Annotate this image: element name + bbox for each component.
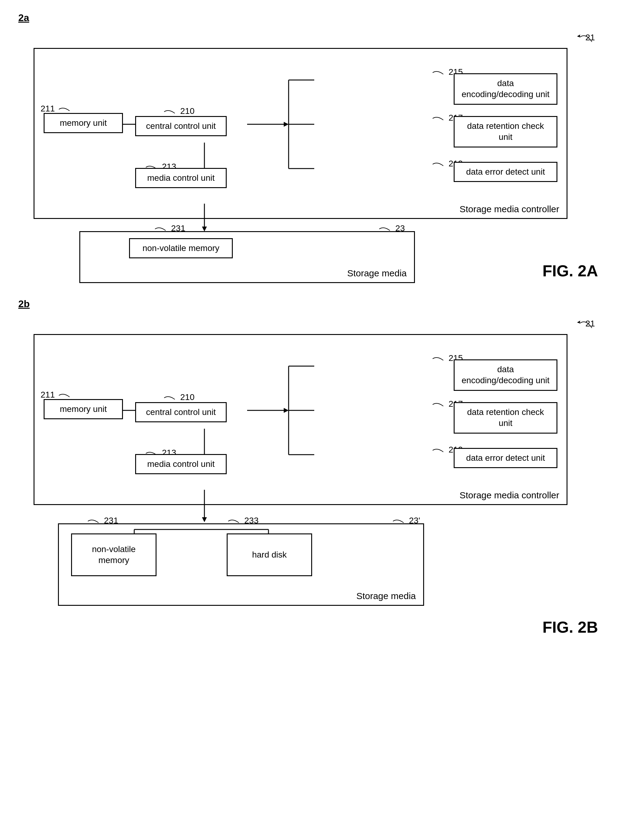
section-label-a: 2a	[18, 12, 623, 24]
fig-caption-a: FIG. 2A	[543, 262, 598, 280]
svg-marker-20	[202, 517, 207, 522]
hard-disk-box-b: hard disk	[227, 533, 312, 576]
arrow-217-a	[431, 114, 446, 123]
storage-media-box-b: Storage media 231 non-volatile memory	[58, 523, 424, 606]
data-encoding-box-b: data encoding/decoding unit	[454, 359, 557, 391]
arrow-215-a	[431, 68, 446, 77]
data-error-box-a: data error detect unit	[454, 162, 557, 182]
diagram-b-section: 2b	[18, 298, 623, 636]
media-control-box-b: media control unit	[135, 454, 227, 474]
data-retention-box-a: data retention check unit	[454, 116, 557, 147]
controller-box-a: Storage media controller 211 memory unit	[34, 48, 567, 219]
central-control-box-a: central control unit	[135, 116, 227, 136]
fig-caption-b: FIG. 2B	[543, 618, 598, 636]
arrow-211-a	[57, 105, 72, 114]
ref-231-b: 231	[86, 516, 118, 526]
arrow-219-b	[431, 446, 446, 455]
non-volatile-box-b: non-volatile memory	[71, 533, 156, 576]
storage-media-label-b: Storage media	[356, 591, 416, 601]
diagram-a-wrap: 21 Storage media controller 211 memo	[18, 30, 598, 280]
memory-unit-box-a: memory unit	[43, 113, 123, 133]
arrow-219-a	[431, 160, 446, 169]
arrow-231-a	[153, 225, 169, 234]
controller-box-b: Storage media controller 211 memory unit	[34, 334, 567, 505]
ref-210-a: 210	[163, 106, 195, 116]
ref-23prime-b: 23'	[391, 516, 420, 526]
ref-211-b: 211	[40, 390, 72, 400]
controller-label-a: Storage media controller	[459, 204, 559, 214]
arrow-233-b	[227, 517, 242, 526]
section-label-b: 2b	[18, 298, 623, 310]
central-control-box-b: central control unit	[135, 402, 227, 422]
arrow-210-b	[163, 393, 178, 402]
non-volatile-box-a: non-volatile memory	[129, 238, 233, 258]
data-retention-box-b: data retention check unit	[454, 402, 557, 434]
arrow-23-a	[378, 225, 393, 234]
ref-231-a: 231	[153, 223, 185, 234]
arrow-21-a	[573, 30, 598, 45]
arrow-217-b	[431, 400, 446, 409]
diagram-a-section: 2a	[18, 12, 623, 280]
arrow-231-b	[86, 517, 101, 526]
svg-marker-7	[202, 226, 207, 231]
arrow-215-b	[431, 354, 446, 363]
memory-unit-box-b: memory unit	[43, 399, 123, 419]
diagram-b-wrap: 21 Storage media controller 211 memory u…	[18, 316, 598, 636]
ref-211-a: 211	[40, 104, 72, 114]
arrow-23prime-b	[391, 517, 407, 526]
controller-label-b: Storage media controller	[459, 490, 559, 501]
storage-media-label-a: Storage media	[347, 268, 407, 278]
page-container: 2a	[18, 12, 623, 636]
ref-210-b: 210	[163, 393, 195, 402]
arrow-210-a	[163, 107, 178, 116]
ref-233-b: 233	[227, 516, 259, 526]
arrow-21-b	[573, 316, 598, 331]
ref-23-a: 23	[378, 223, 405, 234]
storage-media-box-a: Storage media 231 non-volatile memory	[79, 231, 415, 283]
data-encoding-box-a: data encoding/decoding unit	[454, 73, 557, 105]
arrow-211-b	[57, 391, 72, 400]
data-error-box-b: data error detect unit	[454, 448, 557, 468]
media-control-box-a: media control unit	[135, 168, 227, 188]
